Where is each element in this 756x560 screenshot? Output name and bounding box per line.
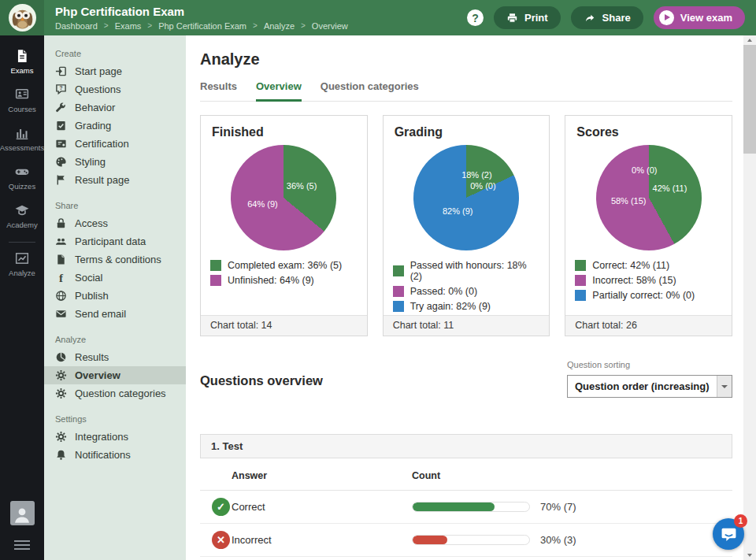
legend-swatch bbox=[393, 301, 404, 312]
legend-label: Completed exam: 36% (5) bbox=[228, 260, 342, 271]
legend-label: Passed: 0% (0) bbox=[410, 286, 477, 297]
nav-item-notifications[interactable]: Notifications bbox=[44, 446, 186, 464]
bell-icon bbox=[55, 449, 67, 461]
sidebar-divider bbox=[9, 242, 35, 243]
scores-pie-chart: 0% (0) 42% (11) 58% (15) bbox=[596, 145, 702, 250]
gamepad-icon bbox=[14, 165, 30, 179]
pie-slice-label: 64% (9) bbox=[247, 199, 278, 209]
lock-icon bbox=[55, 217, 67, 229]
breadcrumb-exam-name[interactable]: Php Certification Exam bbox=[158, 21, 246, 31]
app-logo[interactable] bbox=[0, 0, 44, 35]
nav-item-label: Send email bbox=[75, 309, 126, 320]
sidebar-item-academy[interactable]: Academy bbox=[0, 196, 44, 235]
nav-item-question-categories[interactable]: Question categories bbox=[44, 384, 186, 402]
nav-item-result-page[interactable]: Result page bbox=[44, 171, 186, 189]
legend-item: Completed exam: 36% (5) bbox=[210, 260, 358, 271]
questions-overview-title: Questions overview bbox=[200, 373, 323, 388]
nav-item-label: Notifications bbox=[75, 450, 131, 461]
cross-circle-icon: ✕ bbox=[212, 531, 230, 549]
nav-item-grading[interactable]: Grading bbox=[44, 117, 186, 135]
facebook-icon: f bbox=[55, 272, 67, 284]
table-row: ✓ Correct 70% (7) bbox=[200, 491, 732, 524]
progress-bar bbox=[412, 502, 530, 512]
nav-item-questions[interactable]: ? Questions bbox=[44, 80, 186, 98]
sidebar-item-assessments[interactable]: Assessments bbox=[0, 119, 44, 158]
finished-pie-chart: 36% (5) 64% (9) bbox=[231, 145, 336, 250]
legend-item: Passed: 0% (0) bbox=[393, 286, 540, 297]
legend-label: Try again: 82% (9) bbox=[410, 301, 491, 312]
scroll-up-arrow[interactable] bbox=[743, 35, 756, 45]
nav-item-participant-data[interactable]: Participant data bbox=[44, 232, 186, 250]
nav-item-access[interactable]: Access bbox=[44, 214, 186, 232]
chart-total: Chart total: 11 bbox=[384, 315, 550, 336]
breadcrumb-separator: > bbox=[147, 21, 152, 30]
question-sorting-select[interactable]: Question order (increasing) bbox=[567, 375, 732, 398]
sidebar-item-label: Analyze bbox=[9, 269, 35, 277]
nav-item-label: Publish bbox=[75, 291, 109, 302]
chart-legend: Passed with honours: 18% (2) Passed: 0% … bbox=[393, 260, 540, 312]
nav-item-start-page[interactable]: Start page bbox=[44, 62, 186, 80]
chart-cards: Finished 36% (5) 64% (9) Completed exam:… bbox=[200, 115, 732, 336]
breadcrumb-dashboard[interactable]: Dashboard bbox=[55, 21, 98, 31]
sidebar-item-label: Assessments bbox=[0, 143, 44, 152]
tab-question-categories[interactable]: Question categories bbox=[321, 80, 419, 102]
finished-card: Finished 36% (5) 64% (9) Completed exam:… bbox=[200, 115, 368, 336]
nav-item-certification[interactable]: Certification bbox=[44, 135, 186, 153]
tab-overview[interactable]: Overview bbox=[256, 80, 302, 102]
vertical-scrollbar[interactable] bbox=[743, 35, 756, 560]
nav-item-styling[interactable]: Styling bbox=[44, 153, 186, 171]
play-icon bbox=[659, 10, 674, 25]
view-exam-button[interactable]: View exam bbox=[654, 6, 745, 29]
chat-launcher-button[interactable]: 1 bbox=[713, 518, 744, 550]
nav-item-overview[interactable]: Overview bbox=[44, 366, 186, 384]
tab-results[interactable]: Results bbox=[200, 80, 237, 102]
answer-column-header: Answer bbox=[232, 470, 412, 481]
sidebar-item-exams[interactable]: Exams bbox=[0, 42, 44, 80]
pie-slice-label: 0% (0) bbox=[632, 165, 657, 175]
hamburger-menu-icon[interactable] bbox=[14, 538, 30, 552]
help-icon[interactable]: ? bbox=[467, 9, 484, 26]
page-header-title: Php Certification Exam bbox=[55, 5, 348, 18]
breadcrumb-overview[interactable]: Overview bbox=[312, 21, 348, 31]
legend-item: Partially correct: 0% (0) bbox=[575, 290, 722, 301]
user-avatar[interactable] bbox=[10, 501, 35, 525]
person-icon bbox=[12, 505, 32, 525]
nav-item-results[interactable]: Results bbox=[44, 348, 186, 366]
sidebar-item-label: Quizzes bbox=[9, 182, 35, 191]
nav-item-label: Participant data bbox=[75, 236, 146, 247]
nav-item-publish[interactable]: Publish bbox=[44, 287, 186, 305]
legend-label: Unfinished: 64% (9) bbox=[228, 275, 314, 286]
nav-item-behavior[interactable]: Behavior bbox=[44, 98, 186, 117]
app-sidebar: Exams Courses Assessments Quizzes Ac bbox=[0, 35, 44, 560]
nav-item-integrations[interactable]: Integrations bbox=[44, 428, 186, 446]
clipboard-check-icon bbox=[55, 120, 67, 132]
envelope-icon bbox=[55, 308, 67, 320]
nav-item-terms[interactable]: Terms & conditions bbox=[44, 250, 186, 269]
legend-label: Correct: 42% (11) bbox=[592, 260, 669, 271]
sidebar-item-courses[interactable]: Courses bbox=[0, 80, 44, 119]
chart-legend: Completed exam: 36% (5) Unfinished: 64% … bbox=[210, 260, 358, 286]
document-icon bbox=[55, 254, 67, 265]
breadcrumb-analyze[interactable]: Analyze bbox=[264, 21, 295, 31]
card-title: Finished bbox=[212, 125, 356, 139]
sidebar-item-analyze[interactable]: Analyze bbox=[0, 244, 44, 283]
scroll-down-arrow[interactable] bbox=[743, 551, 756, 560]
breadcrumb: Dashboard > Exams > Php Certification Ex… bbox=[55, 21, 348, 31]
view-exam-label: View exam bbox=[680, 12, 732, 24]
page-title: Analyze bbox=[200, 50, 732, 69]
legend-item: Passed with honours: 18% (2) bbox=[393, 260, 540, 282]
nav-item-send-email[interactable]: Send email bbox=[44, 305, 186, 323]
section-title-analyze: Analyze bbox=[55, 335, 186, 344]
card-title: Grading bbox=[395, 125, 539, 139]
scrollbar-thumb[interactable] bbox=[743, 45, 756, 154]
share-button[interactable]: Share bbox=[571, 6, 643, 29]
analyze-tabs: Results Overview Question categories bbox=[200, 80, 732, 102]
nav-item-social[interactable]: f Social bbox=[44, 269, 186, 287]
table-row: ✕ Incorrect 30% (3) bbox=[200, 524, 732, 557]
exam-document-icon bbox=[15, 49, 29, 63]
globe-icon bbox=[55, 290, 67, 302]
breadcrumb-exams[interactable]: Exams bbox=[115, 21, 142, 31]
print-button[interactable]: Print bbox=[494, 6, 561, 29]
sidebar-item-quizzes[interactable]: Quizzes bbox=[0, 158, 44, 196]
main-content: Analyze Results Overview Question catego… bbox=[186, 35, 743, 560]
